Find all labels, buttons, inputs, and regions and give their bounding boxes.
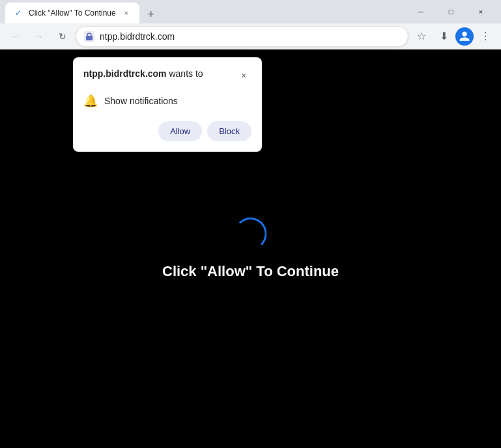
tab-title: Click "Allow" To Continue bbox=[29, 8, 116, 18]
download-button[interactable]: ⬇ bbox=[433, 26, 454, 47]
minimize-button[interactable]: ─ bbox=[406, 0, 436, 23]
main-instruction-text: Click "Allow" To Continue bbox=[162, 263, 339, 280]
menu-button[interactable]: ⋮ bbox=[475, 26, 496, 47]
bookmark-button[interactable]: ☆ bbox=[411, 26, 432, 47]
back-button[interactable]: ← bbox=[5, 26, 26, 47]
block-button[interactable]: Block bbox=[207, 121, 251, 141]
tab-close-button[interactable]: × bbox=[121, 8, 132, 18]
svg-rect-0 bbox=[86, 36, 93, 40]
popup-close-button[interactable]: × bbox=[236, 68, 251, 83]
popup-domain: ntpp.bidrdtrck.com bbox=[83, 68, 167, 79]
window-controls: ─ □ × bbox=[406, 0, 496, 23]
profile-button[interactable] bbox=[455, 27, 474, 46]
refresh-button[interactable]: ↻ bbox=[52, 26, 73, 47]
new-tab-button[interactable]: + bbox=[142, 5, 160, 23]
tab-favicon: ✓ bbox=[13, 8, 23, 18]
toolbar-icons: ☆ ⬇ ⋮ bbox=[411, 26, 496, 47]
popup-buttons: Allow Block bbox=[83, 121, 251, 141]
popup-wants-text: wants to bbox=[167, 68, 203, 79]
popup-option: 🔔 Show notifications bbox=[83, 94, 251, 108]
omnibox[interactable]: ntpp.bidrdtrck.com bbox=[76, 26, 408, 47]
maximize-button[interactable]: □ bbox=[436, 0, 466, 23]
popup-header: ntpp.bidrdtrck.com wants to × bbox=[83, 68, 251, 83]
notification-popup: ntpp.bidrdtrck.com wants to × 🔔 Show not… bbox=[73, 57, 262, 152]
title-bar: ✓ Click "Allow" To Continue × + ─ □ × bbox=[0, 0, 501, 23]
active-tab[interactable]: ✓ Click "Allow" To Continue × bbox=[5, 3, 139, 23]
popup-title: ntpp.bidrdtrck.com wants to bbox=[83, 68, 203, 81]
forward-button[interactable]: → bbox=[29, 26, 50, 47]
site-security-icon bbox=[84, 31, 94, 42]
loading-spinner bbox=[234, 217, 266, 250]
tab-list: ✓ Click "Allow" To Continue × + bbox=[5, 0, 403, 23]
address-bar: ← → ↻ ntpp.bidrdtrck.com ☆ ⬇ ⋮ bbox=[0, 23, 501, 49]
allow-button[interactable]: Allow bbox=[158, 121, 202, 141]
loading-container: Click "Allow" To Continue bbox=[162, 217, 339, 280]
bell-icon: 🔔 bbox=[83, 94, 98, 108]
browser-content: ntpp.bidrdtrck.com wants to × 🔔 Show not… bbox=[0, 49, 501, 448]
url-display: ntpp.bidrdtrck.com bbox=[100, 31, 400, 42]
option-label: Show notifications bbox=[104, 96, 178, 106]
close-window-button[interactable]: × bbox=[466, 0, 496, 23]
